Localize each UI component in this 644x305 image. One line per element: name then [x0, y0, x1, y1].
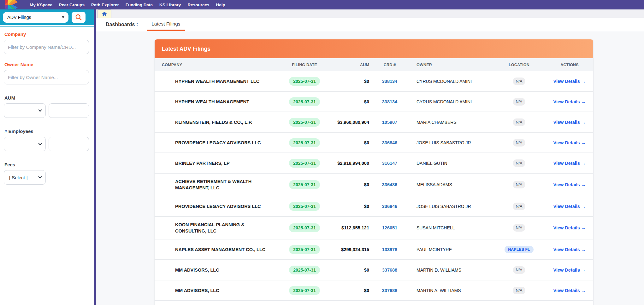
- view-details-link[interactable]: View Details →: [553, 79, 586, 84]
- owner-cell: JOSE LUIS SABASTRO JR: [407, 204, 492, 209]
- owner-cell: MARTIN A. WILLIAMS: [407, 288, 492, 293]
- company-filter-input[interactable]: [4, 40, 89, 54]
- actions-cell: View Details →: [546, 182, 593, 187]
- view-details-link[interactable]: View Details →: [553, 161, 586, 166]
- employees-value-input[interactable]: [49, 137, 89, 151]
- crd-cell: 105907: [372, 119, 407, 125]
- filing-date-cell: 2025-07-31: [281, 266, 328, 274]
- view-details-link[interactable]: View Details →: [553, 268, 586, 273]
- column-header-owner: OWNER: [407, 63, 492, 67]
- table-row: NAPLES ASSET MANAGEMENT CO., LLC 2025-07…: [155, 239, 593, 260]
- crd-link[interactable]: 316147: [382, 161, 397, 166]
- crd-link[interactable]: 126051: [382, 225, 397, 230]
- home-icon: [102, 12, 107, 16]
- view-details-link[interactable]: View Details →: [553, 204, 586, 209]
- crd-link[interactable]: 337688: [382, 288, 397, 293]
- location-badge: N/A: [513, 98, 525, 106]
- breadcrumb-bar: Dashboards : Latest Filings: [96, 18, 644, 31]
- filing-date-cell: 2025-07-31: [281, 77, 328, 86]
- location-badge: N/A: [513, 78, 525, 85]
- view-details-link[interactable]: View Details →: [553, 99, 586, 104]
- fees-filter-label: Fees: [4, 162, 89, 167]
- aum-cell: $0: [328, 288, 372, 293]
- crd-link[interactable]: 338134: [382, 79, 397, 84]
- crd-cell: 316147: [372, 160, 407, 166]
- top-nav-bar: My KSpace Peer Groups Path Explorer Fund…: [0, 0, 644, 9]
- column-header-filing-date: FILING DATE: [281, 63, 328, 67]
- crd-link[interactable]: 336846: [382, 204, 397, 209]
- home-tab[interactable]: [97, 9, 111, 18]
- dashboard-search-band: ADV Filings: [0, 9, 94, 25]
- window-tab-strip: [96, 9, 644, 18]
- aum-operator-select[interactable]: [4, 103, 46, 118]
- owner-filter-group: Owner Name: [4, 62, 89, 84]
- table-header-row: COMPANY FILING DATE AUM CRD # OWNER LOCA…: [155, 58, 593, 71]
- filing-date-badge: 2025-07-31: [289, 118, 320, 127]
- owner-cell: MELISSA ADAMS: [407, 182, 492, 187]
- filing-date-badge: 2025-07-31: [289, 266, 320, 274]
- crd-link[interactable]: 338134: [382, 99, 397, 104]
- crd-cell: 338134: [372, 99, 407, 105]
- fees-select[interactable]: [ Select ]: [4, 170, 46, 185]
- aum-cell: $299,324,315: [328, 247, 372, 252]
- column-header-company: COMPANY: [155, 63, 281, 67]
- view-details-link[interactable]: View Details →: [553, 225, 586, 230]
- filing-date-badge: 2025-07-31: [289, 159, 320, 168]
- view-details-link[interactable]: View Details →: [553, 247, 586, 252]
- breadcrumb: Dashboards :: [106, 22, 138, 27]
- company-cell: MM ADVISORS, LLC: [155, 267, 281, 273]
- crd-link[interactable]: 336846: [382, 140, 397, 145]
- crd-cell: 337688: [372, 267, 407, 273]
- view-details-link[interactable]: View Details →: [553, 182, 586, 187]
- owner-cell: SUSAN MITCHELL: [407, 225, 492, 230]
- nav-item-funding-data[interactable]: Funding Data: [126, 3, 153, 7]
- view-details-link[interactable]: View Details →: [553, 120, 586, 125]
- company-cell: NAPLES ASSET MANAGEMENT CO., LLC: [155, 246, 281, 253]
- filing-date-badge: 2025-07-31: [289, 223, 320, 232]
- location-badge: N/A: [513, 266, 525, 274]
- filing-date-badge: 2025-07-31: [289, 97, 320, 106]
- search-button[interactable]: [72, 12, 86, 23]
- aum-cell: $0: [328, 204, 372, 209]
- nav-item-my-kspace[interactable]: My KSpace: [30, 3, 52, 7]
- nav-item-path-explorer[interactable]: Path Explorer: [91, 3, 119, 7]
- column-header-actions: ACTIONS: [546, 63, 593, 67]
- company-cell: HYPHEN WEALTH MANAGEMENT: [155, 99, 281, 105]
- aum-filter-label: AUM: [4, 95, 89, 101]
- owner-cell: DANIEL GUTIN: [407, 161, 492, 166]
- owner-filter-input[interactable]: [4, 70, 89, 84]
- view-details-link[interactable]: View Details →: [553, 140, 586, 145]
- owner-cell: PAUL MCINTYRE: [407, 247, 492, 252]
- card-header: Latest ADV Filings: [155, 39, 593, 58]
- company-cell: MM ADVISORS, LLC: [155, 287, 281, 294]
- nav-item-help[interactable]: Help: [216, 3, 225, 7]
- table-row: MM ADVISORS, LLC 2025-07-31 $0 337688 MA…: [155, 260, 593, 280]
- nav-item-resources[interactable]: Resources: [187, 3, 209, 7]
- actions-cell: View Details →: [546, 119, 593, 125]
- dashboard-select[interactable]: ADV Filings: [3, 12, 68, 23]
- filing-date-badge: 2025-07-31: [289, 286, 320, 295]
- company-cell: HYPHEN WEALTH MANAGEMENT LLC: [155, 78, 281, 84]
- nav-item-ks-library[interactable]: KS Library: [159, 3, 181, 7]
- crd-link[interactable]: 337688: [382, 268, 397, 273]
- nav-item-peer-groups[interactable]: Peer Groups: [59, 3, 85, 7]
- company-filter-label: Company: [4, 32, 89, 37]
- filing-date-cell: 2025-07-31: [281, 159, 328, 168]
- location-cell: N/A: [492, 266, 546, 274]
- crd-link[interactable]: 105907: [382, 120, 397, 125]
- crd-link[interactable]: 336486: [382, 182, 397, 187]
- aum-cell: $0: [328, 140, 372, 145]
- crd-link[interactable]: 133978: [382, 247, 397, 252]
- filter-sidebar: ADV Filings Company Owner Name AUM: [0, 9, 94, 305]
- kspace-logo[interactable]: [4, 0, 19, 9]
- owner-filter-label: Owner Name: [4, 62, 89, 67]
- location-badge: N/A: [513, 159, 525, 167]
- view-details-link[interactable]: View Details →: [553, 288, 586, 293]
- crd-cell: 126051: [372, 225, 407, 231]
- tab-latest-filings[interactable]: Latest Filings: [147, 18, 185, 31]
- employees-filter-label: # Employees: [4, 129, 89, 134]
- aum-value-input[interactable]: [49, 103, 89, 118]
- actions-cell: View Details →: [546, 204, 593, 209]
- employees-operator-select[interactable]: [4, 137, 46, 151]
- table-row: BRINLEY PARTNERS, LP 2025-07-31 $2,918,9…: [155, 153, 593, 174]
